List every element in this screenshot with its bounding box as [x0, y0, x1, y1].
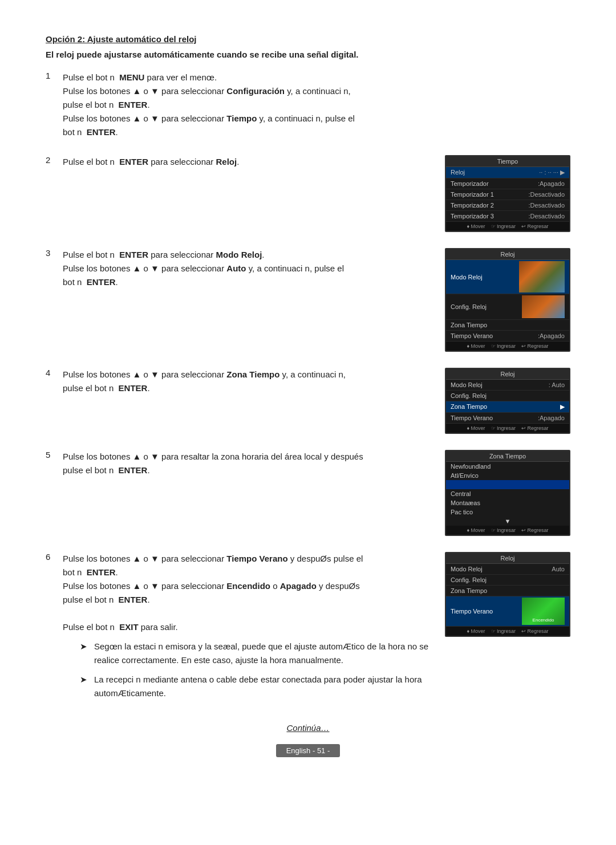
bullet-2-text: La recepci n mediante antena o cable deb…	[94, 673, 433, 700]
down-arrow-item: ▼	[446, 517, 569, 526]
intro-bold: El reloj puede ajustarse automáticamente…	[46, 50, 570, 59]
config-reloj-row: Config. Reloj	[446, 294, 569, 320]
reloj1-screen: Reloj Modo Reloj Config. Reloj Zona Tiem…	[445, 248, 570, 352]
encendido-image	[522, 598, 565, 625]
step-3-screen: Reloj Modo Reloj Config. Reloj Zona Tiem…	[445, 248, 570, 352]
atl-envico-item: Atl/Envico	[446, 471, 569, 480]
central-item: Central	[446, 489, 569, 498]
montanas-item: Montaæas	[446, 498, 569, 507]
step-3-content: Pulse el bot n ENTER para seleccionar Mo…	[63, 248, 433, 289]
step-6-screen: Reloj Modo RelojAuto Config. Reloj Zona …	[445, 552, 570, 637]
footer-language: English	[286, 746, 311, 755]
reloj2-screen: Reloj Modo Reloj: Auto Config. Reloj Zon…	[445, 368, 570, 434]
pacitico-item: Pac tico	[446, 507, 569, 517]
selected-zone-item	[446, 480, 569, 489]
zona-tiempo-row: Zona Tiempo	[446, 320, 569, 331]
step-1: 1 Pulse el bot n MENU para ver el menœ. …	[46, 71, 570, 139]
footer-page-number: - 51 -	[313, 746, 330, 755]
config-reloj2-row: Config. Reloj	[446, 391, 569, 401]
modo-reloj-row: Modo Reloj	[446, 260, 569, 294]
zona-tiempo3-row: Zona Tiempo	[446, 586, 569, 596]
temp1-row: Temporizador 1:Desactivado	[446, 189, 569, 200]
tiempo-verano3-row: Tiempo Verano	[446, 596, 569, 627]
step-5-number: 5	[46, 450, 63, 460]
modo-reloj-auto-row: Modo Reloj: Auto	[446, 380, 569, 391]
step-3: 3 Pulse el bot n ENTER para seleccionar …	[46, 248, 570, 352]
zona-footer: ♦ Mover☞ Ingresar↩ Regresar	[446, 526, 569, 535]
reloj3-title: Reloj	[446, 553, 569, 564]
tiempo-title: Tiempo	[446, 156, 569, 167]
bullet-arrow-1: ➤	[80, 640, 91, 653]
reloj2-footer: ♦ Mover☞ Ingresar↩ Regresar	[446, 424, 569, 433]
step-5-screen: Zona Tiempo Newfoundland Atl/Envico Cent…	[445, 450, 570, 536]
bullet-arrow-2: ➤	[80, 673, 91, 686]
step-2-content: Pulse el bot n ENTER para seleccionar Re…	[63, 155, 433, 169]
step-5: 5 Pulse los botones ▲ o ▼ para resaltar …	[46, 450, 570, 536]
step-4-screen: Reloj Modo Reloj: Auto Config. Reloj Zon…	[445, 368, 570, 434]
bullet-1: ➤ Segœn la estaci n emisora y la seæal, …	[80, 640, 433, 667]
bullet-2: ➤ La recepci n mediante antena o cable d…	[80, 673, 433, 700]
bullets: ➤ Segœn la estaci n emisora y la seæal, …	[63, 640, 433, 700]
reloj3-footer: ♦ Mover☞ Ingresar↩ Regresar	[446, 627, 569, 636]
tiempo-verano2-row: Tiempo Verano:Apagado	[446, 413, 569, 424]
temp3-row: Temporizador 3:Desactivado	[446, 211, 569, 222]
reloj1-title: Reloj	[446, 249, 569, 260]
step-3-number: 3	[46, 248, 63, 258]
config-reloj3-row: Config. Reloj	[446, 575, 569, 586]
reloj1-footer: ♦ Mover☞ Ingresar↩ Regresar	[446, 342, 569, 351]
step-6: 6 Pulse los botones ▲ o ▼ para seleccion…	[46, 552, 570, 706]
tiempo-screen: Tiempo Reloj ·· : ·· ··· ▶ Temporizador:…	[445, 155, 570, 232]
step-5-content: Pulse los botones ▲ o ▼ para resaltar la…	[63, 450, 433, 477]
step-4-content: Pulse los botones ▲ o ▼ para seleccionar…	[63, 368, 433, 395]
tiempo-footer: ♦ Mover☞ Ingresar↩ Regresar	[446, 222, 569, 231]
step-4-number: 4	[46, 368, 63, 377]
step-4: 4 Pulse los botones ▲ o ▼ para seleccion…	[46, 368, 570, 434]
modo-reloj-image	[519, 261, 565, 292]
zona-tiempo-selected-row: Zona Tiempo▶	[446, 401, 569, 413]
page: Opción 2: Ajuste automático del reloj El…	[0, 0, 616, 845]
step-1-number: 1	[46, 71, 63, 80]
reloj3-screen: Reloj Modo RelojAuto Config. Reloj Zona …	[445, 552, 570, 637]
section-title: Opción 2: Ajuste automático del reloj	[46, 34, 570, 44]
modo-reloj3-row: Modo RelojAuto	[446, 564, 569, 575]
bullet-1-text: Segœn la estaci n emisora y la seæal, pu…	[94, 640, 433, 667]
step-2-number: 2	[46, 155, 63, 165]
zona-tiempo-screen: Zona Tiempo Newfoundland Atl/Envico Cent…	[445, 450, 570, 536]
step-6-number: 6	[46, 552, 63, 562]
page-number-badge: English - 51 -	[276, 744, 341, 757]
step-6-content: Pulse los botones ▲ o ▼ para seleccionar…	[63, 552, 433, 706]
temp-row: Temporizador:Apagado	[446, 178, 569, 189]
page-footer: English - 51 -	[46, 744, 570, 757]
step-1-content: Pulse el bot n MENU para ver el menœ. Pu…	[63, 71, 570, 139]
continua: Continúa…	[46, 723, 570, 733]
step-2-screen: Tiempo Reloj ·· : ·· ··· ▶ Temporizador:…	[445, 155, 570, 232]
temp2-row: Temporizador 2:Desactivado	[446, 200, 569, 211]
reloj-row: Reloj ·· : ·· ··· ▶	[446, 167, 569, 178]
newfoundland-item: Newfoundland	[446, 462, 569, 471]
step-2: 2 Pulse el bot n ENTER para seleccionar …	[46, 155, 570, 232]
zona-tiempo-title: Zona Tiempo	[446, 451, 569, 462]
reloj2-title: Reloj	[446, 369, 569, 380]
tiempo-verano-row: Tiempo Verano:Apagado	[446, 331, 569, 342]
